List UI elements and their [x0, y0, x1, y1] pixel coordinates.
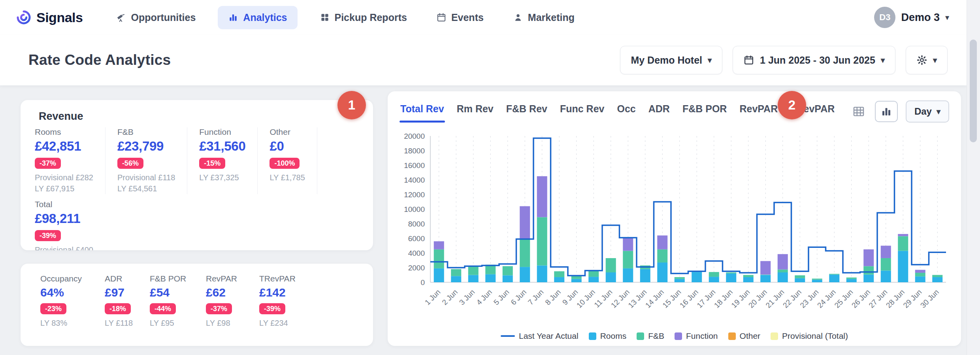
avatar: D3: [874, 7, 895, 28]
svg-text:16000: 16000: [404, 161, 425, 170]
tab-revpar[interactable]: RevPAR: [739, 100, 778, 123]
marketing-person-icon: [513, 12, 523, 23]
kpi-card: Occupancy 64% -23% LY 83% ADR £97 -18% L…: [21, 264, 373, 346]
bar-segment: [863, 249, 874, 266]
tab-rm-rev[interactable]: Rm Rev: [456, 100, 494, 123]
pickup-reports-icon: [320, 12, 330, 23]
granularity-select[interactable]: Day ▾: [906, 100, 949, 123]
bar-segment: [588, 277, 599, 282]
change-badge: -100%: [270, 158, 300, 169]
metric-value: £98,211: [35, 211, 359, 226]
bar-segment: [657, 236, 667, 249]
legend-item[interactable]: Rooms: [589, 331, 627, 341]
nav-opportunities[interactable]: Opportunities: [109, 6, 203, 29]
chart-view-button[interactable]: [875, 101, 898, 122]
tab-occ[interactable]: Occ: [616, 100, 636, 123]
chart-area: 0200040006000800010000120001400016000180…: [400, 124, 949, 341]
scrollbar[interactable]: [967, 0, 980, 355]
bar-segment: [881, 270, 891, 282]
svg-text:20000: 20000: [404, 132, 425, 140]
change-badge: -37%: [35, 158, 61, 169]
bar-segment: [434, 249, 444, 268]
svg-text:25 Jun: 25 Jun: [833, 288, 854, 310]
kpi-label: TRevPAR: [259, 274, 359, 283]
bar-segment: [778, 254, 788, 270]
bar-segment: [675, 279, 685, 282]
bar-segment: [898, 236, 908, 251]
hotel-selector[interactable]: My Demo Hotel ▾: [620, 46, 722, 74]
kpi-trevpar: TRevPAR £142 -39% LY £234: [259, 274, 359, 336]
bar-segment: [932, 275, 942, 278]
bar-segment: [812, 280, 822, 282]
svg-text:23 Jun: 23 Jun: [798, 288, 820, 310]
svg-text:15 Jun: 15 Jun: [661, 288, 682, 310]
chevron-down-icon: ▾: [945, 13, 949, 21]
tab-adr[interactable]: ADR: [648, 100, 671, 123]
nav-analytics[interactable]: Analytics: [218, 6, 297, 29]
tab-func-rev[interactable]: Func Rev: [559, 100, 605, 123]
svg-text:18000: 18000: [404, 147, 425, 155]
gear-icon: [916, 55, 927, 66]
kpi-occupancy: Occupancy 64% -23% LY 83%: [40, 274, 105, 336]
bar-segment: [915, 276, 925, 282]
scrollbar-thumb[interactable]: [970, 40, 977, 142]
opportunities-icon: [116, 12, 126, 23]
svg-text:10000: 10000: [404, 205, 425, 213]
tab-fnb-rev[interactable]: F&B Rev: [505, 100, 548, 123]
metric-value: £0: [270, 139, 305, 154]
nav-events[interactable]: Events: [429, 6, 491, 29]
kpi-value: £62: [206, 286, 259, 299]
svg-text:13 Jun: 13 Jun: [626, 288, 648, 310]
chart-legend: Last Year ActualRoomsF&BFunctionOtherPro…: [400, 331, 949, 341]
chevron-down-icon: ▾: [708, 56, 712, 64]
bar-segment: [451, 276, 461, 282]
metric-other: Other £0 -100% LY £1,785: [270, 127, 317, 194]
bar-segment: [795, 275, 805, 278]
tab-fnb-por[interactable]: F&B POR: [682, 100, 728, 123]
chart-card: Total Rev Rm Rev F&B Rev Func Rev Occ AD…: [388, 91, 961, 346]
events-calendar-icon: [436, 12, 447, 23]
kpi-label: F&B POR: [150, 274, 206, 283]
legend-item[interactable]: Other: [728, 331, 761, 341]
last-year-value: LY £98: [206, 318, 259, 329]
legend-item[interactable]: Provisional (Total): [771, 331, 848, 341]
legend-item[interactable]: Function: [675, 331, 718, 341]
last-year-value: LY £1,785: [270, 172, 305, 183]
svg-text:4 Jun: 4 Jun: [475, 288, 494, 307]
bar-segment: [485, 265, 496, 274]
svg-text:6000: 6000: [408, 234, 425, 243]
svg-text:17 Jun: 17 Jun: [695, 288, 717, 310]
svg-text:8000: 8000: [408, 220, 425, 228]
svg-text:8 Jun: 8 Jun: [543, 288, 562, 307]
nav-label: Analytics: [243, 12, 287, 23]
legend-swatch: [589, 332, 596, 340]
table-view-button[interactable]: [850, 103, 867, 120]
svg-text:0: 0: [420, 278, 425, 287]
tab-total-rev[interactable]: Total Rev: [400, 100, 445, 123]
metric-function: Function £31,560 -15% LY £37,325: [199, 127, 258, 194]
svg-text:20 Jun: 20 Jun: [747, 288, 769, 310]
nav-marketing[interactable]: Marketing: [506, 6, 582, 29]
bar-segment: [606, 258, 616, 272]
legend-line-swatch: [501, 335, 515, 337]
legend-item[interactable]: F&B: [637, 331, 664, 341]
date-range-picker[interactable]: 1 Jun 2025 - 30 Jun 2025 ▾: [733, 46, 895, 74]
bar-segment: [898, 234, 908, 236]
legend-item[interactable]: Last Year Actual: [501, 331, 579, 341]
svg-text:30 Jun: 30 Jun: [919, 288, 940, 310]
nav-pickup-reports[interactable]: Pickup Reports: [313, 6, 414, 29]
settings-button[interactable]: ▾: [906, 46, 948, 74]
bar-segment: [520, 238, 530, 267]
bar-segment: [623, 251, 633, 268]
chevron-down-icon: ▾: [937, 108, 940, 115]
kpi-label: ADR: [105, 274, 150, 283]
user-menu[interactable]: D3 Demo 3 ▾: [874, 7, 949, 28]
svg-text:4000: 4000: [408, 249, 425, 257]
chevron-down-icon: ▾: [933, 56, 937, 64]
granularity-label: Day: [914, 106, 932, 117]
bar-segment: [726, 274, 736, 282]
metric-label: Other: [270, 127, 305, 137]
bar-segment: [640, 269, 650, 282]
page-title: Rate Code Analytics: [28, 52, 171, 68]
brand-logo[interactable]: Signals: [16, 9, 83, 25]
